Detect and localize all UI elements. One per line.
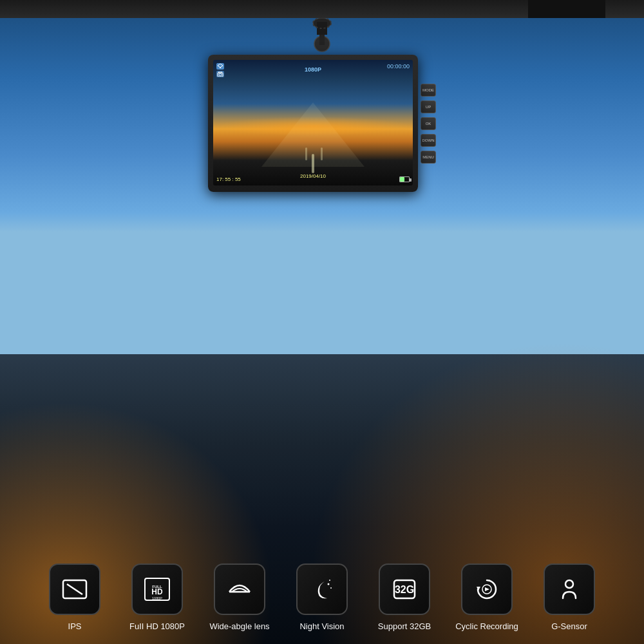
svg-point-16 [328,583,330,585]
battery-indicator [399,176,410,182]
ips-icon-box [49,564,100,615]
g-sensor-icon [554,574,585,605]
down-label: DOWN [422,138,435,142]
svg-point-5 [220,67,221,68]
svg-point-17 [330,587,332,589]
storage-icon-box: 32G [379,564,430,615]
svg-text:HD: HD [151,587,163,596]
svg-text:1080P: 1080P [152,596,162,600]
up-button[interactable]: UP [421,100,436,113]
menu-label: MENU [422,155,434,159]
night-vision-icon-box [296,564,348,615]
storage-icon: 32G [389,574,420,605]
ips-screen-icon [59,574,90,605]
night-vision-label: Night Vision [299,621,344,631]
gsensor-icon-box [544,564,595,615]
up-label: UP [426,105,431,109]
screen-icons [216,63,224,77]
cyclic-icon-box [461,564,513,615]
screen-timer: 00:00:00 [387,63,410,70]
ips-label: IPS [68,621,82,631]
svg-point-7 [219,73,222,76]
feature-ips: IPS [33,564,116,631]
fullhd-label: FuII HD 1080P [129,621,185,631]
svg-marker-8 [218,71,222,73]
svg-line-10 [67,584,82,594]
gsensor-label: G-Sensor [551,621,587,631]
feature-wide-lens: Wide-abgle lens [198,564,281,631]
wifi-icon [216,63,224,70]
wide-lens-icon-box [214,564,265,615]
menu-button[interactable]: MENU [421,151,436,164]
svg-marker-23 [485,587,489,591]
storage-label: Support 32GB [378,621,431,631]
feature-night-vision: Night Vision [281,564,363,631]
screen-overlay-bottom: 17: 55 : 55 2019/04/10 [216,176,410,182]
wide-angle-lens-icon [224,574,255,605]
screen-resolution-label: 1080P [305,66,321,73]
screen-date: 2019/04/10 [300,173,326,179]
cyclic-label: Cyclic Recording [455,621,518,631]
ok-button[interactable]: OK [421,117,436,130]
camera-body: 1080P 00:00:00 17: 55 : 55 2019/04/10 [208,55,418,192]
features-row: IPS FULL HD 1080P FuII HD 1080P [33,564,611,631]
fullhd-icon-box: FULL HD 1080P [131,564,183,615]
fullhd-icon: FULL HD 1080P [142,574,173,605]
feature-cyclic: Cyclic Recording [446,564,528,631]
ok-label: OK [426,122,431,126]
ceiling-bar [0,0,644,18]
svg-point-24 [565,580,573,588]
night-vision-icon [307,574,337,605]
svg-rect-4 [319,35,325,45]
mode-label: MODE [422,88,434,92]
screen-overlay-top: 1080P 00:00:00 [216,63,410,77]
feature-strip: IPS FULL HD 1080P FuII HD 1080P [0,512,644,644]
feature-storage: 32G Support 32GB [363,564,446,631]
camera-buttons-panel: MODE UP OK DOWN MENU [421,77,436,170]
screen-time: 17: 55 : 55 [216,176,241,182]
battery-fill [400,177,404,182]
feature-gsensor: G-Sensor [528,564,611,631]
svg-text:32G: 32G [395,584,414,595]
camera-mode-icon [216,71,224,77]
wide-lens-label: Wide-abgle lens [209,621,269,631]
camera-screen: 1080P 00:00:00 17: 55 : 55 2019/04/10 [213,60,413,185]
down-button[interactable]: DOWN [421,134,436,147]
svg-point-18 [329,580,330,581]
feature-fullhd: FULL HD 1080P FuII HD 1080P [116,564,198,631]
mode-button[interactable]: MODE [421,84,436,97]
cyclic-recording-icon [471,574,502,605]
camera-unit: 1080P 00:00:00 17: 55 : 55 2019/04/10 MO… [208,55,436,192]
